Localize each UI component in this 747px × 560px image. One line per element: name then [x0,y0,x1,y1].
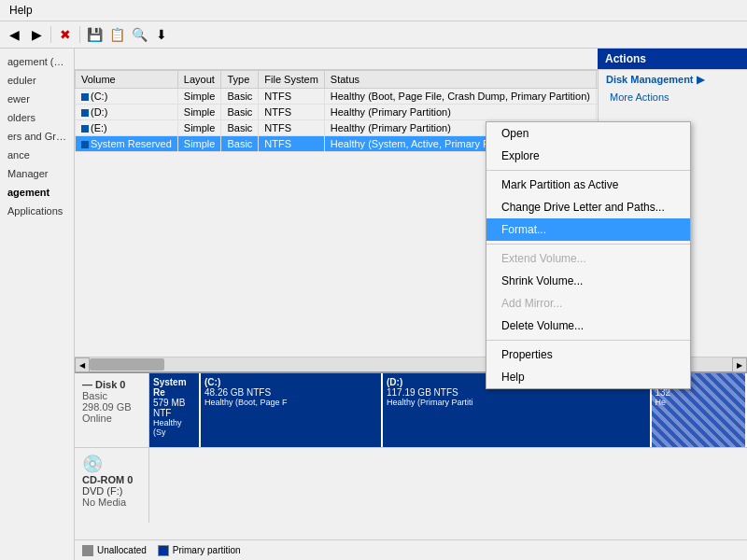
legend-primary-label: Primary partition [173,545,241,555]
cell-status: Healthy (Boot, Page File, Crash Dump, Pr… [324,89,596,105]
cell-filesystem: NTFS [259,89,324,105]
toolbar-close[interactable]: ✖ [55,24,76,45]
sidebar: agement (Local eduler ewer olders ers an… [0,49,75,560]
legend-unallocated-label: Unallocated [97,545,147,555]
sidebar-item-5[interactable]: ance [0,146,74,164]
sidebar-item-management[interactable]: agement [0,183,74,202]
cell-filesystem: NTFS [259,105,324,120]
toolbar-sep-2 [79,26,80,43]
actions-header-bar: Actions [75,49,747,70]
disk-0-status: Online [82,413,141,424]
sidebar-item-3[interactable]: olders [0,108,74,127]
toolbar-save[interactable]: 💾 [84,24,105,45]
disk-0-name: — Disk 0 [82,379,141,390]
col-status: Status [324,71,596,89]
context-menu-item[interactable]: Change Drive Letter and Paths... [486,196,690,218]
toolbar-forward[interactable]: ▶ [26,24,47,45]
hscroll-right-arrow[interactable]: ▶ [732,357,747,372]
sidebar-item-1[interactable]: eduler [0,71,74,90]
cell-volume: (D:) [76,105,178,120]
toolbar-down[interactable]: ⬇ [151,24,172,45]
actions-more-actions[interactable]: More Actions [599,90,747,105]
cell-filesystem: NTFS [259,120,324,136]
actions-disk-management[interactable]: Disk Management ▶ [599,70,747,90]
legend-primary: Primary partition [158,545,241,556]
disk-0-type: Basic [82,390,141,401]
col-filesystem: File System [259,71,324,89]
context-menu-item[interactable]: Open [486,122,690,145]
toolbar-sep-1 [50,26,51,43]
sidebar-item-4[interactable]: ers and Groups [0,127,74,146]
disk-view-content: — Disk 0 Basic 298.09 GB Online System R… [75,373,747,539]
cell-layout: Simple [177,136,221,152]
context-menu-item[interactable]: Help [486,366,690,388]
sidebar-item-6[interactable]: Manager [0,164,74,183]
toolbar-copy[interactable]: 📋 [106,24,127,45]
cdrom-label: 💿 CD-ROM 0 DVD (F:) No Media [75,448,149,523]
context-menu-item[interactable]: Format... [486,218,690,241]
toolbar-back[interactable]: ◀ [4,24,24,45]
partition-c-name: (C:) [204,377,377,387]
sidebar-item-2[interactable]: ewer [0,90,74,108]
table-row[interactable]: (C:) Simple Basic NTFS Healthy (Boot, Pa… [76,89,599,105]
context-menu-item[interactable]: Delete Volume... [486,315,690,337]
partition-e-status: He [655,398,742,407]
toolbar: ◀ ▶ ✖ 💾 📋 🔍 ⬇ [0,21,747,49]
col-type: Type [221,71,259,89]
context-menu: OpenExploreMark Partition as ActiveChang… [486,121,691,389]
toolbar-search[interactable]: 🔍 [129,24,149,45]
hscroll-left-arrow[interactable]: ◀ [75,357,90,372]
context-menu-item[interactable]: Mark Partition as Active [486,174,690,196]
cell-volume: (C:) [76,89,178,105]
context-menu-separator [486,170,690,171]
context-menu-item[interactable]: Shrink Volume... [486,270,690,292]
menu-help[interactable]: Help [4,2,38,19]
partition-c-size: 48.26 GB NTFS [204,387,377,398]
table-row[interactable]: (D:) Simple Basic NTFS Healthy (Primary … [76,105,599,120]
sidebar-item-0[interactable]: agement (Local [0,52,74,71]
disk-0-label: — Disk 0 Basic 298.09 GB Online [75,373,149,447]
menu-bar: Help [0,0,747,21]
disk-0-size: 298.09 GB [82,401,141,413]
cell-type: Basic [221,120,259,136]
partition-c[interactable]: (C:) 48.26 GB NTFS Healthy (Boot, Page F [201,373,383,447]
context-menu-item[interactable]: Explore [486,145,690,167]
context-menu-separator [486,244,690,245]
context-menu-item[interactable]: Extend Volume... [486,247,690,270]
cell-type: Basic [221,105,259,120]
cell-type: Basic [221,136,259,152]
legend-unallocated: Unallocated [82,545,147,556]
cdrom-content [149,448,747,523]
partition-system-reserved-size: 579 MB NTF [153,398,195,418]
cell-volume: System Reserved [76,136,178,152]
col-size: C [596,71,598,89]
col-volume: Volume [76,71,178,89]
context-menu-separator [486,340,690,341]
partition-system-reserved-name: System Re [153,377,195,398]
disk-icon [81,141,89,148]
disk-icon [81,93,89,101]
context-menu-item[interactable]: Properties [486,343,690,366]
cell-status: Healthy (Primary Partition) [324,105,596,120]
disk-icon [81,125,89,133]
partition-system-reserved[interactable]: System Re 579 MB NTF Healthy (Sy [149,373,201,447]
partition-system-reserved-status: Healthy (Sy [153,418,195,437]
partition-c-status: Healthy (Boot, Page F [204,398,377,407]
actions-panel-header: Actions [598,49,747,69]
legend-unallocated-color [82,545,93,556]
cell-filesystem: NTFS [259,136,324,152]
cell-type: Basic [221,89,259,105]
disk-icon [81,109,89,117]
cell-volume: (E:) [76,120,178,136]
hscroll-thumb[interactable] [90,358,164,371]
legend-primary-color [158,545,169,556]
partition-d-status: Healthy (Primary Partiti [387,398,646,407]
cdrom-row: 💿 CD-ROM 0 DVD (F:) No Media [75,448,747,523]
disk-view: — Disk 0 Basic 298.09 GB Online System R… [75,371,747,539]
cell-layout: Simple [177,120,221,136]
legend-bar: Unallocated Primary partition [75,539,747,560]
context-menu-item[interactable]: Add Mirror... [486,292,690,315]
cell-layout: Simple [177,89,221,105]
sidebar-item-applications[interactable]: Applications [0,202,74,220]
col-layout: Layout [177,71,221,89]
